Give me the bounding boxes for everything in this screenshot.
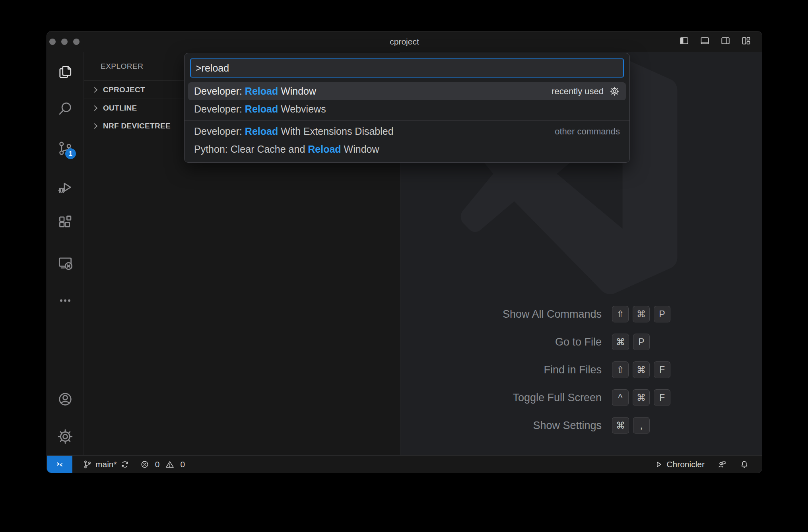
label-text: Developer:	[194, 126, 245, 137]
explorer-tab[interactable]	[56, 63, 74, 81]
zoom-button[interactable]	[73, 39, 80, 45]
label-text: Python: Clear Cache and	[194, 144, 308, 155]
shortcut-row: Show All Commands⇧⌘P	[400, 300, 762, 328]
toggle-secondary-sidebar-icon[interactable]	[720, 35, 731, 48]
extensions-tab[interactable]	[56, 213, 74, 231]
keycap: ,	[633, 417, 650, 434]
row-group-meta: other commands	[555, 126, 620, 137]
warnings-icon	[165, 460, 175, 469]
watermark-shortcuts: Show All Commands⇧⌘PGo to File⌘PFind in …	[400, 300, 762, 439]
keycap: F	[654, 361, 670, 378]
search-icon	[56, 100, 74, 117]
match-highlight: Reload	[308, 144, 341, 155]
keycap: ⌘	[633, 306, 650, 322]
shortcut-keys: ^⌘F	[608, 389, 670, 406]
extensions-icon	[56, 213, 74, 231]
palette-row[interactable]: Developer: Reload Webviews	[188, 100, 626, 118]
more-icon	[56, 292, 74, 309]
chevron-right-icon	[92, 87, 97, 92]
shortcut-row: Show Settings⌘,	[400, 412, 762, 439]
layout-controls	[679, 31, 752, 52]
keycap: ⌘	[612, 334, 629, 350]
palette-row[interactable]: Python: Clear Cache and Reload Window	[188, 140, 626, 158]
branch-label: main*	[95, 460, 117, 469]
command-results-list: Developer: Reload Windowrecently usedDev…	[185, 82, 629, 158]
section-label: CPROJECT	[103, 85, 145, 94]
search-tab[interactable]	[56, 99, 74, 118]
customize-layout-icon[interactable]	[741, 35, 752, 48]
notifications-bell-icon[interactable]	[740, 460, 749, 469]
remote-explorer-icon	[56, 254, 74, 272]
label-text: Window	[278, 85, 316, 97]
label-text: Webviews	[278, 103, 326, 115]
shortcut-row: Toggle Full Screen^⌘F	[400, 384, 762, 412]
shortcut-label: Show Settings	[400, 419, 602, 432]
command-palette-input[interactable]	[196, 62, 618, 74]
account-icon	[56, 390, 74, 408]
remote-explorer-tab[interactable]	[56, 254, 74, 272]
palette-row[interactable]: Developer: Reload Windowrecently used	[188, 82, 626, 100]
git-branch-icon	[83, 460, 92, 469]
play-icon	[654, 460, 663, 469]
label-text: Window	[341, 144, 379, 155]
shortcut-label: Go to File	[400, 336, 602, 348]
gear-icon[interactable]	[609, 86, 620, 97]
errors-icon	[140, 460, 150, 469]
toggle-panel-icon[interactable]	[699, 35, 710, 48]
files-icon	[56, 63, 74, 81]
keycap: ⇧	[612, 306, 629, 322]
label-text: With Extensions Disabled	[278, 126, 393, 137]
chronicler-label: Chronicler	[666, 460, 705, 469]
label-text: Developer:	[194, 103, 245, 115]
warnings-count: 0	[180, 460, 185, 469]
remote-indicator[interactable]	[47, 456, 72, 473]
keycap: P	[633, 334, 650, 350]
command-palette-input-box	[190, 58, 624, 78]
palette-separator	[185, 120, 629, 120]
chevron-right-icon	[92, 105, 97, 111]
match-highlight: Reload	[245, 103, 278, 115]
label-text: Developer:	[194, 85, 245, 97]
shortcut-keys: ⌘,	[608, 417, 650, 434]
window-title: cproject	[47, 37, 762, 47]
settings-button[interactable]	[56, 427, 74, 446]
toggle-sidebar-icon[interactable]	[679, 35, 690, 48]
feedback-icon[interactable]	[717, 460, 727, 469]
command-label: Developer: Reload Window	[194, 85, 316, 97]
shortcut-keys: ⇧⌘P	[608, 306, 670, 322]
traffic-lights	[49, 31, 80, 52]
command-palette: Developer: Reload Windowrecently usedDev…	[184, 53, 630, 163]
shortcut-label: Toggle Full Screen	[400, 392, 602, 404]
shortcut-row: Find in Files⇧⌘F	[400, 356, 762, 384]
command-label: Python: Clear Cache and Reload Window	[194, 144, 379, 155]
more-actions-button[interactable]	[56, 291, 74, 310]
shortcut-label: Show All Commands	[400, 308, 602, 320]
scm-badge: 1	[65, 148, 76, 159]
keycap: P	[654, 306, 670, 322]
source-control-tab[interactable]: 1	[56, 139, 74, 157]
match-highlight: Reload	[245, 126, 278, 137]
run-debug-tab[interactable]	[56, 178, 74, 196]
run-debug-icon	[56, 179, 74, 196]
keycap: F	[654, 389, 670, 406]
chronicler-status[interactable]: Chronicler	[654, 460, 705, 469]
branch-status[interactable]: main*	[83, 460, 130, 469]
shortcut-row: Go to File⌘P	[400, 328, 762, 356]
shortcut-keys: ⇧⌘F	[608, 361, 670, 378]
keycap: ⌘	[633, 361, 650, 378]
problems-status[interactable]: 0 0	[140, 460, 185, 469]
keycap: ⇧	[612, 361, 629, 378]
settings-gear-icon	[56, 428, 74, 445]
close-button[interactable]	[49, 39, 56, 45]
remote-icon	[55, 460, 64, 469]
sync-icon	[120, 460, 130, 469]
keycap: ^	[612, 389, 629, 406]
section-label: NRF DEVICETREE	[103, 122, 171, 130]
match-highlight: Reload	[245, 85, 278, 97]
minimize-button[interactable]	[61, 39, 68, 45]
accounts-button[interactable]	[56, 390, 74, 408]
palette-row[interactable]: Developer: Reload With Extensions Disabl…	[188, 122, 626, 140]
keycap: ⌘	[612, 417, 629, 434]
shortcut-keys: ⌘P	[608, 334, 650, 350]
vscode-window: cproject 1	[47, 31, 762, 473]
